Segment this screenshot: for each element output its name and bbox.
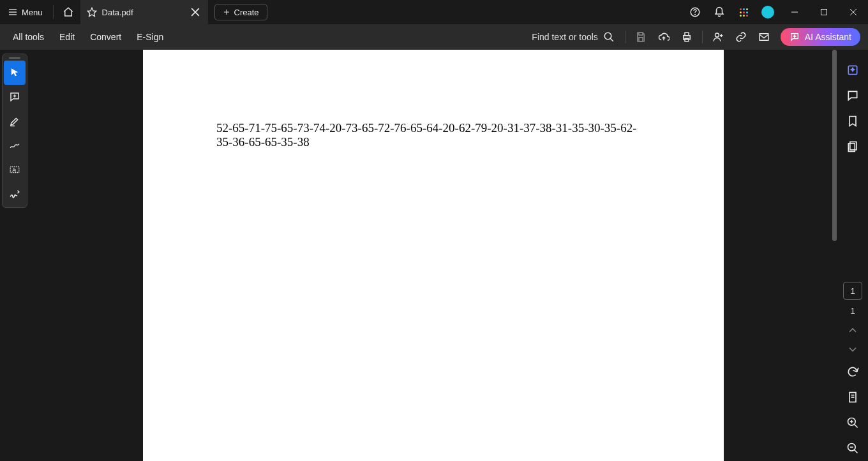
ai-assistant-button[interactable]: AI Assistant — [781, 28, 860, 46]
zoom-out-icon — [846, 442, 859, 455]
close-window-button[interactable] — [839, 0, 868, 24]
highlight-tool[interactable] — [4, 109, 26, 133]
save-button[interactable] — [629, 26, 652, 48]
cloud-upload-icon — [658, 31, 670, 43]
ai-panel-button[interactable] — [840, 57, 865, 83]
window-controls — [780, 0, 868, 24]
cursor-icon — [9, 67, 20, 78]
highlighter-icon — [9, 115, 20, 127]
titlebar: Menu Data.pdf Create — [0, 0, 868, 24]
tool-panel: AI — [2, 54, 27, 208]
print-icon — [681, 31, 692, 43]
document-text[interactable]: 52-65-71-75-65-73-74-20-73-65-72-76-65-6… — [216, 121, 650, 149]
freehand-icon — [9, 140, 20, 151]
sparkle-chat-icon — [789, 32, 800, 42]
separator — [702, 31, 703, 43]
home-button[interactable] — [56, 0, 80, 24]
bookmark-icon — [846, 115, 859, 128]
separator — [625, 31, 625, 43]
create-label: Create — [234, 8, 259, 17]
text-area-icon: AI — [9, 164, 20, 175]
svg-line-42 — [855, 450, 858, 453]
minimize-icon — [791, 8, 798, 16]
esign-menu[interactable]: E-Sign — [129, 32, 171, 42]
star-icon[interactable] — [87, 7, 97, 17]
bell-icon — [714, 6, 725, 18]
apps-button[interactable] — [731, 0, 756, 24]
home-icon — [63, 6, 74, 18]
comment-tool[interactable] — [4, 85, 26, 109]
find-button[interactable]: Find text or tools — [525, 31, 621, 43]
zoom-in-button[interactable] — [840, 410, 865, 435]
menu-label: Menu — [22, 8, 43, 17]
help-button[interactable] — [683, 0, 707, 24]
sign-tool[interactable] — [4, 182, 26, 206]
tab-title: Data.pdf — [102, 8, 184, 17]
svg-text:I: I — [15, 168, 16, 172]
ai-assistant-label: AI Assistant — [805, 32, 851, 42]
current-page-input[interactable]: 1 — [843, 282, 862, 300]
close-icon — [189, 6, 202, 18]
svg-rect-16 — [639, 33, 643, 35]
minimize-button[interactable] — [780, 0, 809, 24]
all-tools-menu[interactable]: All tools — [5, 32, 52, 42]
notifications-button[interactable] — [707, 0, 731, 24]
rotate-button[interactable] — [840, 359, 865, 384]
pages-icon — [846, 140, 859, 153]
svg-line-38 — [855, 425, 858, 428]
workarea: AI 52-65-71-75-65-73-74-20-73-65-72-76-6… — [0, 50, 868, 461]
save-icon — [635, 31, 647, 43]
zoom-in-icon — [846, 416, 859, 429]
email-button[interactable] — [752, 26, 775, 48]
tab-close-button[interactable] — [189, 6, 202, 18]
chevron-up-icon — [846, 324, 859, 337]
link-button[interactable] — [730, 26, 752, 48]
page-up-button[interactable] — [840, 321, 865, 340]
apps-grid-icon — [740, 8, 748, 17]
maximize-button[interactable] — [809, 0, 839, 24]
right-rail: 1 1 — [837, 50, 868, 461]
pages-panel-button[interactable] — [840, 134, 865, 159]
search-icon — [603, 31, 615, 43]
chat-icon — [846, 89, 859, 102]
selection-tool[interactable] — [4, 61, 26, 85]
upload-share-button[interactable] — [652, 26, 675, 48]
plus-icon — [223, 8, 230, 16]
maximize-icon — [820, 8, 828, 16]
rotate-icon — [846, 365, 859, 378]
print-button[interactable] — [675, 26, 698, 48]
signature-icon — [9, 188, 20, 200]
panel-drag-handle[interactable] — [4, 55, 26, 61]
svg-marker-3 — [87, 8, 96, 16]
pdf-page[interactable]: 52-65-71-75-65-73-74-20-73-65-72-76-65-6… — [143, 50, 724, 461]
edit-menu[interactable]: Edit — [52, 32, 82, 42]
find-label: Find text or tools — [532, 32, 598, 42]
create-button[interactable]: Create — [214, 4, 267, 20]
link-icon — [735, 31, 747, 43]
svg-line-15 — [610, 38, 613, 41]
divider — [53, 5, 54, 19]
page-layout-icon — [846, 391, 859, 404]
scrollbar-thumb[interactable] — [832, 50, 837, 241]
add-person-button[interactable] — [707, 26, 730, 48]
zoom-out-button[interactable] — [840, 435, 865, 461]
ai-sparkle-icon — [846, 64, 859, 77]
page-down-button[interactable] — [840, 340, 865, 359]
text-select-tool[interactable]: AI — [4, 157, 26, 182]
svg-rect-11 — [821, 10, 827, 15]
comments-panel-button[interactable] — [840, 83, 865, 108]
close-icon — [849, 8, 857, 16]
user-plus-icon — [712, 31, 724, 43]
svg-point-14 — [604, 33, 611, 40]
menu-button[interactable]: Menu — [0, 0, 50, 24]
page-display-button[interactable] — [840, 384, 865, 410]
account-button[interactable] — [756, 0, 780, 24]
document-tab[interactable]: Data.pdf — [80, 0, 208, 24]
draw-tool[interactable] — [4, 133, 26, 157]
total-pages: 1 — [850, 306, 855, 316]
document-viewport[interactable]: 52-65-71-75-65-73-74-20-73-65-72-76-65-6… — [29, 50, 837, 461]
convert-menu[interactable]: Convert — [82, 32, 129, 42]
svg-rect-24 — [760, 34, 768, 41]
bookmarks-panel-button[interactable] — [840, 108, 865, 134]
scrollbar-track[interactable] — [831, 50, 837, 247]
